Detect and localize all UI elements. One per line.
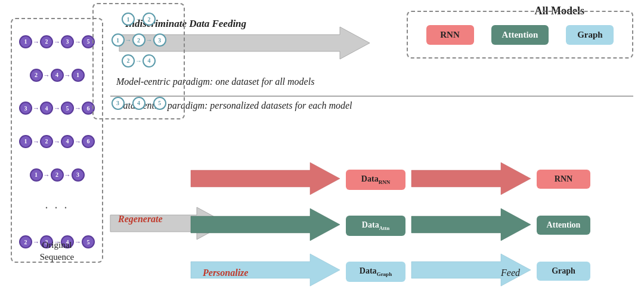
seq-arrow: → — [54, 105, 60, 112]
seq-node: 4 — [51, 69, 64, 82]
seq-arrow: → — [135, 57, 142, 65]
data-attn-box: DataAttn — [346, 216, 405, 236]
data-attn-sub: Attn — [379, 225, 390, 231]
seq-node: 4 — [40, 102, 53, 115]
teal-node: 2 — [132, 33, 145, 47]
seq-arrow: → — [33, 238, 39, 245]
list-item: 1 → 2 → 3 — [30, 168, 85, 182]
graph-model-right-box: Graph — [537, 262, 590, 281]
attention-model-right-box: Attention — [537, 216, 590, 235]
original-sequence-label: Original Sequence — [40, 239, 74, 263]
data-graph-box: DataGraph — [346, 262, 405, 282]
divider — [110, 96, 633, 97]
rnn-model-right-box: RNN — [537, 170, 590, 189]
seq-arrow: → — [146, 36, 153, 44]
seq-node: 6 — [82, 135, 95, 148]
seq-arrow: → — [64, 72, 71, 79]
list-item: 1 → 2 → 4 → 6 — [19, 135, 95, 148]
seq-arrow: → — [54, 138, 60, 145]
personalized-sequences-box: 1 → 2 1 → 2 → 3 2 → 4 · · · 3 → 4 → 5 — [92, 3, 185, 119]
seq-arrow: → — [125, 36, 132, 44]
seq-arrow: → — [33, 138, 39, 145]
seq-arrow: → — [33, 38, 39, 45]
seq-node: 1 — [72, 69, 85, 82]
attention-model-box: Attention — [491, 25, 549, 45]
svg-marker-10 — [411, 208, 531, 241]
list-item: 2 → 4 → 1 — [30, 69, 85, 82]
list-item: 3 → 4 → 5 → 6 — [19, 102, 95, 115]
teal-node: 5 — [153, 97, 166, 110]
seq-node: 3 — [72, 168, 85, 182]
teal-node: 3 — [153, 33, 166, 47]
teal-node: 4 — [143, 54, 156, 67]
seq-arrow: → — [33, 105, 39, 112]
data-rnn-sub: RNN — [379, 179, 391, 185]
regenerate-label: Regenerate — [118, 214, 163, 225]
teal-node: 2 — [143, 13, 156, 26]
seq-node: 5 — [82, 235, 95, 248]
personalize-label: Personalize — [203, 268, 248, 278]
all-models-box: RNN Attention Graph — [407, 11, 633, 59]
seq-arrow: → — [75, 138, 81, 145]
seq-arrow: → — [54, 38, 60, 45]
seq-node: 5 — [61, 102, 74, 115]
list-item: 1 → 2 → 3 — [112, 33, 166, 47]
rnn-model-box: RNN — [426, 25, 474, 45]
teal-node: 2 — [122, 54, 135, 67]
ellipsis: · · · — [45, 201, 69, 215]
data-graph-sub: Graph — [377, 271, 392, 277]
svg-marker-6 — [191, 162, 340, 195]
diagram-container: All Models 1 → 2 → 3 → 5 2 → 4 → 1 3 → 4… — [0, 0, 644, 304]
seq-arrow: → — [135, 16, 142, 23]
seq-arrow: → — [75, 38, 81, 45]
seq-node: 2 — [19, 235, 32, 248]
seq-arrow: → — [44, 171, 50, 179]
seq-node: 1 — [19, 135, 32, 148]
seq-arrow: → — [146, 100, 153, 107]
ellipsis: · · · — [127, 75, 151, 89]
svg-marker-9 — [411, 162, 531, 195]
seq-node: 3 — [61, 35, 74, 48]
seq-arrow: → — [75, 105, 81, 112]
seq-arrow: → — [125, 100, 132, 107]
seq-node: 2 — [51, 168, 64, 182]
list-item: 1 → 2 — [122, 13, 156, 26]
svg-marker-7 — [191, 208, 340, 241]
seq-node: 2 — [40, 135, 53, 148]
data-rnn-box: DataRNN — [346, 170, 405, 190]
teal-node: 1 — [122, 13, 135, 26]
seq-node: 3 — [19, 102, 32, 115]
seq-node: 1 — [19, 35, 32, 48]
list-item: 3 → 4 → 5 — [112, 97, 166, 110]
seq-node: 2 — [30, 69, 43, 82]
original-sequences-box: 1 → 2 → 3 → 5 2 → 4 → 1 3 → 4 → 5 → 6 1 — [11, 18, 103, 263]
list-item: 1 → 2 → 3 → 5 — [19, 35, 95, 48]
seq-arrow: → — [64, 171, 71, 179]
list-item: 2 → 4 — [122, 54, 156, 67]
teal-node: 1 — [112, 33, 125, 47]
seq-arrow: → — [75, 238, 81, 245]
seq-node: 1 — [30, 168, 43, 182]
seq-arrow: → — [44, 72, 50, 79]
feed-label: Feed — [501, 268, 520, 278]
teal-node: 4 — [132, 97, 145, 110]
graph-model-box: Graph — [566, 25, 614, 45]
seq-node: 4 — [61, 135, 74, 148]
teal-node: 3 — [112, 97, 125, 110]
seq-node: 2 — [40, 35, 53, 48]
